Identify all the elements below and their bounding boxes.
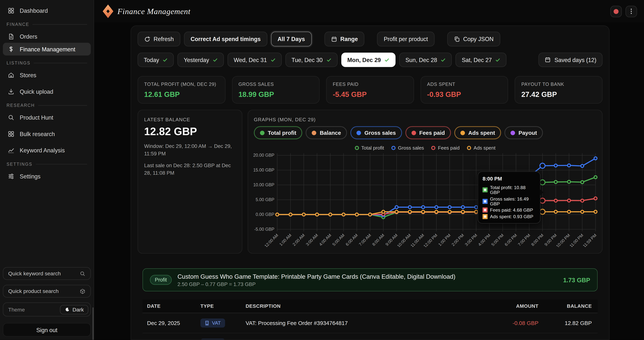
toggle-balance[interactable]: Balance [306, 126, 347, 139]
file-icon [8, 33, 14, 40]
day-chip-tue-dec-30[interactable]: Tue, Dec 30 [285, 53, 337, 67]
legend-ads-spent: Ads spent [467, 145, 496, 151]
svg-text:1:00 AM: 1:00 AM [278, 233, 292, 247]
correct-ad-spend-button[interactable]: Correct Ad spend timings [184, 32, 267, 47]
record-button[interactable] [610, 6, 622, 17]
graph-series-toggles: Total profit Balance Gross sales Fees pa… [254, 126, 596, 139]
theme-toggle[interactable]: Dark [60, 305, 88, 314]
svg-text:10:00 AM: 10:00 AM [396, 233, 412, 247]
legend-ring-icon [391, 146, 396, 150]
legend-gross-sales: Gross sales [391, 145, 424, 151]
profit-per-product-button[interactable]: Profit per product [377, 32, 434, 47]
sidebar-item-label: Keyword Analysis [20, 147, 65, 154]
range-button[interactable]: Range [324, 32, 364, 47]
more-menu-button[interactable] [626, 6, 637, 17]
all-7-days-button[interactable]: All 7 Days [271, 32, 312, 47]
check-icon [384, 57, 390, 62]
sidebar-section-listings: LISTINGS [3, 56, 91, 69]
toggle-payout[interactable]: Payout [504, 126, 543, 139]
calendar-icon [331, 36, 337, 42]
toggle-fees-paid[interactable]: Fees paid [405, 126, 451, 139]
toggle-ads-spent[interactable]: Ads spent [454, 126, 501, 139]
sidebar-item-label: Finance Management [20, 46, 75, 52]
day-chip-wed-dec-31[interactable]: Wed, Dec 31 [228, 53, 282, 67]
search-placeholder: Quick product search [8, 288, 59, 294]
svg-text:11:59 PM: 11:59 PM [582, 233, 598, 247]
check-icon [326, 57, 331, 62]
record-icon [614, 9, 618, 14]
sign-out-button[interactable]: Sign out [3, 323, 91, 336]
check-icon [163, 57, 168, 62]
stat-ads-spent: ADS SPENT -0.93 GBP [420, 76, 508, 104]
main-area: Finance Management Refresh Correc [94, 0, 644, 340]
legend-ring-icon [432, 146, 436, 150]
stat-payout-to-bank: PAYOUT TO BANK 27.42 GBP [515, 76, 602, 104]
theme-value: Dark [72, 306, 84, 313]
sidebar-item-quick-upload[interactable]: Quick upload [3, 85, 91, 98]
day-chip-sat-dec-27[interactable]: Sat, Dec 27 [456, 53, 506, 67]
search-placeholder: Quick keyword search [8, 270, 61, 277]
svg-text:1:00 PM: 1:00 PM [438, 233, 452, 247]
svg-text:5.00 GBP: 5.00 GBP [256, 197, 274, 202]
balance-window-note: Window: Dec 29, 12:00 AM → Dec 29, 11:59… [144, 143, 236, 157]
table-row[interactable]: Dec 29, 2025 VAT VAT: Processing Fee Ord… [142, 313, 598, 333]
sidebar-section-research: RESEARCH [3, 98, 91, 111]
svg-text:3:00 AM: 3:00 AM [305, 233, 319, 247]
day-chip-today[interactable]: Today [138, 53, 174, 67]
svg-text:6:00 AM: 6:00 AM [345, 233, 359, 247]
sidebar-item-bulk-research[interactable]: Bulk research [3, 127, 91, 140]
moon-icon [64, 307, 70, 312]
sidebar-section-finance: FINANCE [3, 17, 91, 30]
series-dot [357, 130, 361, 135]
sidebar-item-label: Settings [20, 173, 40, 179]
check-icon [213, 57, 218, 62]
series-dot [312, 130, 316, 135]
sidebar-item-settings[interactable]: Settings [3, 170, 91, 183]
sidebar-item-dashboard[interactable]: Dashboard [3, 4, 91, 17]
day-chip-sun-dec-28[interactable]: Sun, Dec 28 [399, 53, 452, 67]
svg-text:2:00 AM: 2:00 AM [292, 233, 306, 247]
toggle-total-profit[interactable]: Total profit [254, 126, 302, 139]
table-row[interactable]: Dec 29, 2025 VAT VAT: Processing Fee Ord… [142, 333, 598, 340]
kebab-icon [631, 9, 632, 14]
tooltip-row: Gross sales: 16.49 GBP [482, 196, 536, 206]
sidebar-item-keyword-analysis[interactable]: Keyword Analysis [3, 144, 91, 157]
top-bar: Finance Management [94, 0, 644, 23]
product-title: Custom Guess Who Game Template: Printabl… [178, 273, 558, 280]
day-chip-yesterday[interactable]: Yesterday [178, 53, 224, 67]
stat-fees-paid: FEES PAID -5.45 GBP [326, 76, 414, 104]
chart-legend: Total profit Gross sales Fees paid Ads s… [248, 145, 602, 151]
svg-text:6:00 PM: 6:00 PM [504, 233, 518, 247]
stat-gross-sales: GROSS SALES 18.99 GBP [232, 76, 320, 104]
quick-product-search-input[interactable]: Quick product search [3, 285, 91, 297]
sidebar-item-finance-management[interactable]: Finance Management [3, 43, 91, 56]
series-dot [460, 130, 465, 135]
check-icon [270, 57, 275, 62]
line-chart[interactable]: 20.00 GBP15.00 GBP10.00 GBP5.00 GBP0.00 … [248, 151, 603, 247]
latest-balance-panel: LATEST BALANCE 12.82 GBP Window: Dec 29,… [138, 110, 242, 253]
svg-text:8:00 AM: 8:00 AM [371, 233, 385, 247]
saved-days-button[interactable]: Saved days (12) [538, 53, 602, 67]
quick-keyword-search-input[interactable]: Quick keyword search [3, 267, 91, 280]
search-icon [80, 271, 86, 276]
sidebar-item-orders[interactable]: Orders [3, 30, 91, 43]
copy-json-button[interactable]: Copy JSON [447, 32, 500, 47]
store-icon [8, 72, 14, 78]
check-icon [441, 57, 446, 62]
tooltip-row: Total profit: 10.88 GBP [482, 185, 536, 195]
theme-row: Theme Dark [3, 302, 91, 316]
sidebar-item-product-hunt[interactable]: Product Hunt [3, 111, 91, 124]
sidebar-item-stores[interactable]: Stores [3, 69, 91, 81]
chart-tooltip: 8:00 PM Total profit: 10.88 GBP Gross sa… [478, 171, 540, 223]
upload-tray-icon [8, 88, 14, 95]
toggle-gross-sales[interactable]: Gross sales [350, 126, 402, 139]
profit-banner: Profit Custom Guess Who Game Template: P… [142, 268, 598, 291]
legend-ring-icon [467, 146, 471, 150]
svg-text:7:00 AM: 7:00 AM [358, 233, 372, 247]
sidebar-item-label: Orders [20, 33, 37, 40]
profit-badge: Profit [150, 275, 172, 285]
sidebar-scrollbar[interactable] [92, 307, 94, 340]
refresh-button[interactable]: Refresh [138, 32, 180, 47]
day-chip-mon-dec-29[interactable]: Mon, Dec 29 [341, 53, 396, 67]
app-logo-icon [103, 5, 113, 18]
